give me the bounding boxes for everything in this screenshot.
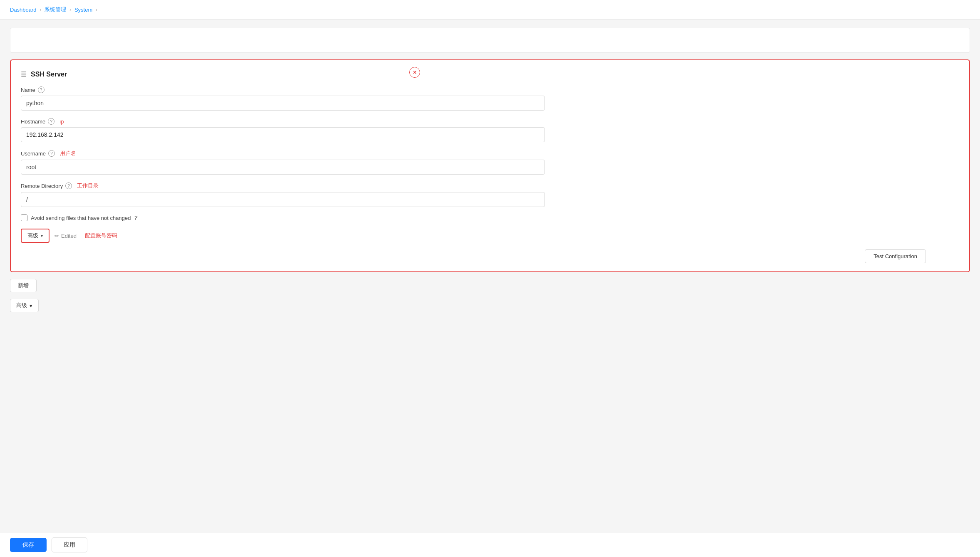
name-field-group: Name ? [21,86,959,111]
advanced-bottom-button[interactable]: 高级 ▾ [10,299,39,312]
remote-dir-annotation: 工作目录 [77,182,99,190]
edited-label: Edited [61,233,77,239]
test-config-button[interactable]: Test Configuration [865,249,926,263]
card-close-button[interactable]: × [409,67,420,78]
username-field-group: Username ? 用户名 [21,150,959,175]
hostname-field-group: Hostname ? ip [21,118,959,142]
name-label: Name [21,87,35,93]
username-input[interactable] [21,160,545,175]
remote-dir-label: Remote Directory [21,183,63,189]
ssh-server-card: ☰ SSH Server × Name ? Hostname ? ip User… [10,59,970,272]
username-annotation: 用户名 [60,150,76,157]
remote-dir-input[interactable] [21,192,545,207]
pencil-icon: ✏ [54,233,59,239]
advanced-bottom-chevron-icon: ▾ [30,303,32,309]
name-help-icon[interactable]: ? [38,86,45,93]
edited-badge: ✏ Edited [54,233,77,239]
avoid-sending-checkbox[interactable] [21,214,27,221]
remote-dir-help-icon[interactable]: ? [65,182,72,189]
hostname-label: Hostname [21,118,45,125]
breadcrumb-system[interactable]: System [74,7,92,13]
name-input[interactable] [21,96,545,111]
add-section: 新增 [10,279,970,292]
hostname-help-icon[interactable]: ? [48,118,54,125]
config-annotation: 配置账号密码 [85,232,117,239]
avoid-sending-help-icon[interactable]: ? [134,214,137,221]
spacer-card [10,28,970,53]
avoid-sending-label[interactable]: Avoid sending files that have not change… [31,215,131,221]
add-button[interactable]: 新增 [10,279,37,292]
breadcrumb-dashboard[interactable]: Dashboard [10,7,37,13]
breadcrumb-sep-1: › [40,7,42,12]
remote-dir-field-group: Remote Directory ? 工作目录 [21,182,959,207]
avoid-sending-checkbox-row: Avoid sending files that have not change… [21,214,959,221]
breadcrumb-sep-3: › [96,7,97,12]
footer-bar: 保存 应用 [0,532,980,557]
username-label: Username [21,150,46,157]
advanced-label: 高级 [27,232,38,239]
breadcrumb-sep-2: › [69,7,71,12]
advanced-button[interactable]: 高级 ▾ [21,229,49,243]
apply-button[interactable]: 应用 [52,537,87,552]
advanced-row: 高级 ▾ ✏ Edited 配置账号密码 [21,229,959,243]
advanced-bottom-row: 高级 ▾ [10,299,970,312]
test-config-row: Test Configuration [21,249,959,263]
advanced-bottom-label: 高级 [16,302,27,309]
breadcrumb: Dashboard › 系统管理 › System › [0,0,980,20]
save-button[interactable]: 保存 [10,538,47,552]
card-title: SSH Server [31,71,67,78]
username-help-icon[interactable]: ? [48,150,55,157]
hostname-input[interactable] [21,127,545,142]
advanced-chevron-icon: ▾ [41,234,43,238]
breadcrumb-sysmanage[interactable]: 系统管理 [45,6,66,13]
hostname-annotation: ip [59,118,64,125]
card-menu-icon[interactable]: ☰ [21,70,27,78]
